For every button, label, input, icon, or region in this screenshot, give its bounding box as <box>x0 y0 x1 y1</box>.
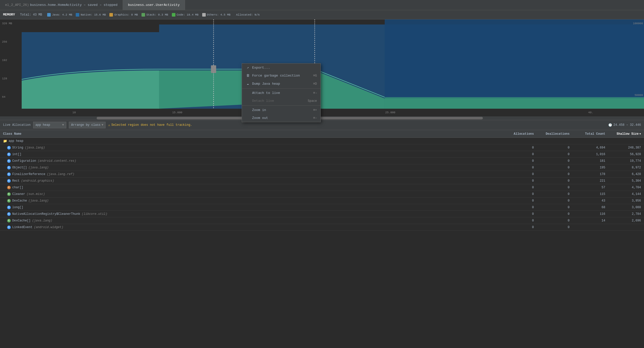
class-icon-green: C <box>7 192 11 196</box>
y-label-192: 192 <box>2 59 20 62</box>
controls-bar: Live Allocation app heap ▼ Arrange by cl… <box>0 120 644 130</box>
shallow-cell: 5,304 <box>608 179 644 183</box>
legend-dot-others <box>202 13 206 17</box>
table-row[interactable]: C Cleaner (sun.misc) 0 0 115 4,144 <box>0 191 644 197</box>
attach-live-shortcut: ⌘→ <box>313 91 317 95</box>
shallow-cell: 2,784 <box>608 212 644 216</box>
table-row[interactable]: C char[] 0 0 57 4,704 <box>0 184 644 191</box>
menu-item-export[interactable]: ↗ Export... <box>242 64 320 72</box>
tab-home-activity[interactable]: el_2_API_26) business.home.HomeActivity … <box>0 0 123 10</box>
svg-rect-10 <box>385 19 644 98</box>
legend-native: Native: 15.6 MB <box>76 13 106 17</box>
table-row[interactable]: C DexCache (java.lang) 0 0 43 3,956 <box>0 197 644 204</box>
alloc-cell: 0 <box>501 199 537 203</box>
alloc-cell: 0 <box>501 226 537 229</box>
shallow-cell: 3,080 <box>608 206 644 209</box>
tab-user-activity[interactable]: business.user.UserActivity <box>123 0 185 10</box>
col-allocations[interactable]: Allocations <box>501 132 537 136</box>
class-package: (sun.misc) <box>27 192 45 196</box>
table-row[interactable]: C Configuration (android.content.res) 0 … <box>0 158 644 164</box>
legend-code: Code: 18.4 MB <box>172 13 199 17</box>
x-label-10: 10 <box>72 111 76 114</box>
table-row[interactable]: C int[] 0 0 1,016 56,920 <box>0 151 644 158</box>
alloc-cell: 0 <box>501 192 537 196</box>
time-range: 🕐 24.458 – 32.446 <box>608 123 641 127</box>
col-deallocations[interactable]: Deallocations <box>537 132 573 136</box>
menu-item-zoom-in[interactable]: Zoom in ⌘+ <box>242 106 320 114</box>
tab-bar: el_2_API_26) business.home.HomeActivity … <box>0 0 644 10</box>
class-name-cell: C String (java.lang) <box>0 146 501 150</box>
col-class-name: Class Name <box>0 132 501 136</box>
class-name-label: DexCache[] <box>12 219 31 222</box>
shallow-cell: 3,956 <box>608 199 644 203</box>
legend-dot-java <box>47 13 51 17</box>
class-name-label: DexCache <box>12 199 27 203</box>
menu-divider-1 <box>242 88 320 89</box>
legend-label-code: Code: 18.4 MB <box>177 13 199 16</box>
menu-item-heap-left: ☁ Dump Java heap <box>246 82 280 86</box>
class-icon-blue: C <box>7 179 11 183</box>
arrange-dropdown[interactable]: Arrange by class ▼ <box>69 122 106 128</box>
y-label-320: 320 MB <box>2 22 20 25</box>
menu-item-zoom-out[interactable]: Zoom out ⌘– <box>242 114 320 122</box>
chart-y-labels: 320 MB 256 192 128 64 <box>0 19 22 116</box>
menu-item-dump-heap[interactable]: ☁ Dump Java heap ⌘D <box>242 80 320 88</box>
legend-dot-code <box>172 13 175 17</box>
class-package: (android.content.res) <box>38 159 76 163</box>
legend-items: Java: 4.2 MB Native: 15.6 MB Graphics: 0… <box>47 13 260 17</box>
class-name-cell: C Cleaner (sun.misc) <box>0 192 501 196</box>
zoom-out-label: Zoom out <box>252 116 268 120</box>
col-shallow-size[interactable]: Shallow Size▼ <box>608 132 644 136</box>
chart-svg[interactable] <box>22 19 644 109</box>
legend-others: Others: 4.5 MB <box>202 13 230 17</box>
export-icon: ↗ <box>246 66 250 70</box>
class-name-label: Configuration <box>12 159 36 163</box>
heap-dropdown[interactable]: app heap ▼ <box>33 122 66 128</box>
total-cell: 4,694 <box>573 146 608 150</box>
class-name-cell: C FinalizerReference (java.lang.ref) <box>0 172 501 176</box>
shallow-cell: 6,420 <box>608 172 644 176</box>
menu-item-attach-left: Attach to live <box>246 91 280 95</box>
menu-divider-2 <box>242 105 320 106</box>
dump-heap-label: Dump Java heap <box>252 82 280 86</box>
total-cell: 68 <box>573 206 608 209</box>
table-row[interactable]: C FinalizerReference (java.lang.ref) 0 0… <box>0 171 644 178</box>
total-cell: 178 <box>573 172 608 176</box>
class-name-cell: C char[] <box>0 186 501 189</box>
gc-icon: 🗑 <box>246 74 250 78</box>
class-name-label: app heap <box>9 139 23 143</box>
chart-x-labels: 10 15.000 20.000 25.000 40. <box>22 111 644 114</box>
zoom-in-shortcut: ⌘+ <box>313 108 317 112</box>
menu-item-force-gc[interactable]: 🗑 Force garbage collection ⌘G <box>242 72 320 80</box>
class-name-cell: C long[] <box>0 206 501 209</box>
table-row[interactable]: C Rect (android.graphics) 0 0 221 5,304 <box>0 178 644 184</box>
menu-item-attach-live[interactable]: Attach to live ⌘→ <box>242 89 320 97</box>
class-name-label: Rect <box>12 179 20 183</box>
table-row[interactable]: C long[] 0 0 68 3,080 <box>0 204 644 211</box>
table-row[interactable]: C NativeAllocationRegistry$CleanerThunk … <box>0 211 644 217</box>
chart-scrollbar[interactable] <box>0 116 644 120</box>
dealloc-cell: 0 <box>537 199 573 203</box>
class-name-cell: 📁 app heap <box>0 139 501 143</box>
table-row[interactable]: C Object[] (java.lang) 0 0 195 8,972 <box>0 164 644 171</box>
menu-item-gc-left: 🗑 Force garbage collection <box>246 74 300 78</box>
table-row[interactable]: C LinkedEvent (android.widget) 0 0 <box>0 224 644 231</box>
memory-title: MEMORY <box>3 13 15 17</box>
export-label: Export... <box>252 66 270 70</box>
class-package: (java.lang.ref) <box>47 172 74 176</box>
table-row[interactable]: 📁 app heap <box>0 138 644 144</box>
total-cell: 1,016 <box>573 153 608 156</box>
chart-area[interactable]: 320 MB 256 192 128 64 <box>0 19 644 116</box>
menu-item-detach-live[interactable]: Detach live Space <box>242 97 320 105</box>
class-package: (android.graphics) <box>21 179 54 183</box>
table-row[interactable]: C String (java.lang) 0 0 4,694 248,387 <box>0 144 644 151</box>
dump-icon: ☁ <box>246 82 250 86</box>
alloc-cell: 0 <box>501 146 537 150</box>
y-label-256: 256 <box>2 40 20 43</box>
col-total-count[interactable]: Total Count <box>573 132 608 136</box>
right-y-100000: 100000 <box>627 22 643 25</box>
arrange-dropdown-value: Arrange by class <box>71 123 100 127</box>
legend-label-native: Native: 15.6 MB <box>81 13 106 16</box>
menu-item-zoomout-left: Zoom out <box>246 116 268 120</box>
table-row[interactable]: C DexCache[] (java.lang) 0 0 14 2,696 <box>0 217 644 224</box>
